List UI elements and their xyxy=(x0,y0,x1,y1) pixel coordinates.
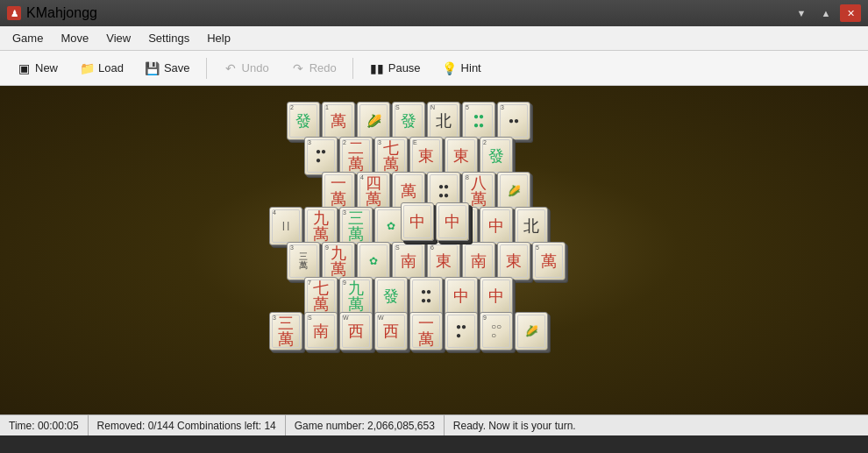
tile[interactable]: 5 萬 xyxy=(532,242,566,280)
titlebar-controls: ▼ ▲ ✕ xyxy=(791,4,861,22)
status-message: Ready. Now it is your turn. xyxy=(445,415,868,435)
tile[interactable]: 3 ●● xyxy=(497,102,530,140)
menu-game[interactable]: Game xyxy=(4,28,52,48)
undo-label: Undo xyxy=(242,61,269,74)
tile[interactable]: ✿ xyxy=(357,242,390,280)
tile[interactable]: 3 ●●● xyxy=(304,137,338,175)
tile[interactable]: 3 七萬 xyxy=(374,137,408,175)
new-icon: ▣ xyxy=(16,60,32,76)
tile[interactable]: 4 | | xyxy=(269,207,302,245)
tile[interactable]: W 西 xyxy=(374,312,408,350)
new-button[interactable]: ▣ New xyxy=(7,57,67,80)
tile[interactable]: S 南 xyxy=(392,242,425,280)
tile[interactable]: 中 xyxy=(480,207,513,245)
load-icon: 📁 xyxy=(79,60,95,76)
tile[interactable]: 🌽 xyxy=(497,172,530,210)
tile[interactable]: S 發 xyxy=(392,102,425,140)
close-button[interactable]: ✕ xyxy=(840,4,861,22)
status-game-number: Game number: 2,066,085,653 xyxy=(286,415,445,435)
tile[interactable]: 3 三萬 xyxy=(269,312,302,350)
menu-help[interactable]: Help xyxy=(198,28,239,48)
restore-button[interactable]: ▲ xyxy=(815,4,836,22)
tile[interactable]: 🌽 xyxy=(357,102,390,140)
menu-settings[interactable]: Settings xyxy=(139,28,198,48)
titlebar-title: KMahjongg xyxy=(26,5,97,21)
tile[interactable]: 東 xyxy=(497,242,530,280)
titlebar: ♟ KMahjongg ▼ ▲ ✕ xyxy=(0,0,868,26)
tile[interactable]: 3 三萬 xyxy=(287,242,320,280)
tile[interactable]: 1 萬 xyxy=(322,102,355,140)
minimize-button[interactable]: ▼ xyxy=(791,4,812,22)
save-label: Save xyxy=(164,61,190,74)
tile[interactable]: 4 四萬 xyxy=(357,172,390,210)
save-button[interactable]: 💾 Save xyxy=(136,57,199,80)
tile[interactable]: E 東 xyxy=(409,137,443,175)
tile[interactable]: 一萬 xyxy=(322,172,355,210)
tile[interactable]: 北 xyxy=(515,207,548,245)
menu-view[interactable]: View xyxy=(97,28,139,48)
load-button[interactable]: 📁 Load xyxy=(70,57,132,80)
tile[interactable]: S 南 xyxy=(304,312,338,350)
gameboard: 2 發 1 萬 🌽 S 發 N 北 5 ●●●● 3 ●● 3 ●●● xyxy=(0,86,868,414)
toolbar-separator-1 xyxy=(206,58,207,79)
app-icon: ♟ xyxy=(7,6,21,20)
tile[interactable]: 9 九萬 xyxy=(339,277,373,315)
tile[interactable]: 發 xyxy=(374,277,408,315)
tile[interactable]: 南 xyxy=(462,242,495,280)
statusbar: Time: 00:00:05 Removed: 0/144 Combinatio… xyxy=(0,414,868,435)
hint-label: Hint xyxy=(461,61,481,74)
tile[interactable]: ●●●● xyxy=(409,277,443,315)
tile[interactable]: 2 二萬 xyxy=(339,137,373,175)
new-label: New xyxy=(35,61,58,74)
toolbar: ▣ New 📁 Load 💾 Save ↶ Undo ↷ Redo ▮▮ Pau… xyxy=(0,51,868,86)
tile-elevated[interactable]: 中 xyxy=(401,202,434,241)
titlebar-left: ♟ KMahjongg xyxy=(7,5,97,21)
redo-button[interactable]: ↷ Redo xyxy=(281,57,345,80)
tile[interactable]: ●●● xyxy=(445,312,478,350)
menu-move[interactable]: Move xyxy=(52,28,97,48)
pause-button[interactable]: ▮▮ Pause xyxy=(360,57,430,80)
menubar: Game Move View Settings Help xyxy=(0,26,868,51)
undo-icon: ↶ xyxy=(223,60,238,76)
redo-icon: ↷ xyxy=(290,60,306,76)
tile-elevated-2[interactable]: 中 xyxy=(436,202,469,241)
tile[interactable]: 東 xyxy=(445,137,478,175)
tile[interactable]: 3 三萬 xyxy=(339,207,373,245)
tile[interactable]: 一萬 xyxy=(409,312,443,350)
tile[interactable]: 2 發 xyxy=(480,137,513,175)
pause-label: Pause xyxy=(388,61,421,74)
status-time: Time: 00:00:05 xyxy=(0,415,89,435)
tile[interactable]: 中 xyxy=(445,277,478,315)
toolbar-separator-2 xyxy=(352,58,353,79)
tile[interactable]: 九萬 xyxy=(304,207,338,245)
tile[interactable]: 9 ○○○ xyxy=(480,312,513,350)
tile[interactable]: 9 九萬 xyxy=(322,242,355,280)
tile[interactable]: 6 東 xyxy=(427,242,460,280)
tile[interactable]: 5 ●●●● xyxy=(462,102,495,140)
redo-label: Redo xyxy=(309,61,337,74)
tile[interactable]: 🌽 xyxy=(515,312,548,350)
board-canvas: 2 發 1 萬 🌽 S 發 N 北 5 ●●●● 3 ●● 3 ●●● xyxy=(250,102,618,400)
hint-button[interactable]: 💡 Hint xyxy=(433,57,490,80)
tile[interactable]: W 西 xyxy=(339,312,373,350)
save-icon: 💾 xyxy=(145,60,160,76)
pause-icon: ▮▮ xyxy=(369,60,385,76)
tile[interactable]: 7 七萬 xyxy=(304,277,338,315)
status-removed: Removed: 0/144 Combinations left: 14 xyxy=(89,415,286,435)
hint-icon: 💡 xyxy=(442,60,458,76)
load-label: Load xyxy=(98,61,124,74)
undo-button[interactable]: ↶ Undo xyxy=(214,57,278,80)
tile[interactable]: 2 發 xyxy=(287,102,320,140)
tile[interactable]: 中 xyxy=(480,277,513,315)
tile[interactable]: N 北 xyxy=(427,102,460,140)
